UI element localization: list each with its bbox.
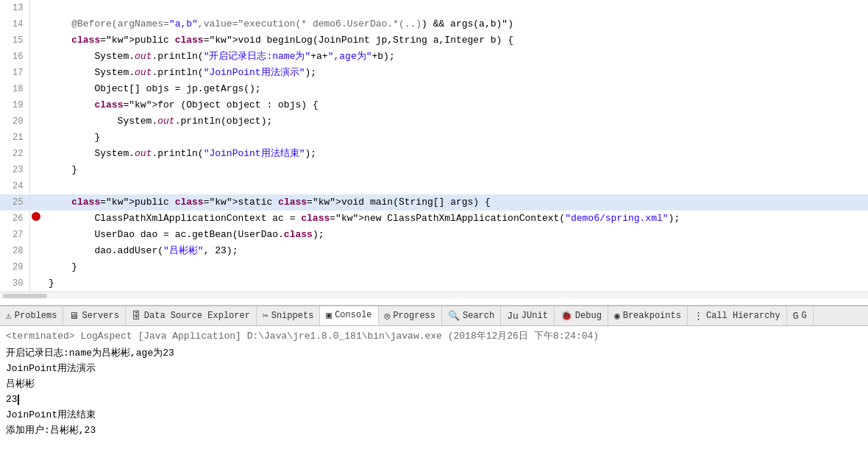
tab-icon-debug: 🐞 bbox=[561, 310, 572, 322]
gutter[interactable] bbox=[29, 0, 43, 16]
code-row[interactable]: 28 dao.addUser("吕彬彬", 23); bbox=[0, 243, 868, 259]
code-line-content: UserDao dao = ac.getBean(UserDao.class); bbox=[43, 227, 868, 243]
tab-label-junit: JUnit bbox=[522, 311, 548, 321]
tab-breakpoints[interactable]: ◉Breakpoints bbox=[608, 306, 688, 325]
gutter[interactable] bbox=[29, 162, 43, 178]
tab-label-problems: Problems bbox=[15, 311, 57, 321]
gutter[interactable] bbox=[29, 81, 43, 97]
line-number: 29 bbox=[0, 259, 29, 275]
code-row[interactable]: 20 System.out.println(object); bbox=[0, 113, 868, 130]
tab-problems[interactable]: ⚠Problems bbox=[0, 306, 63, 325]
code-row[interactable]: 23 } bbox=[0, 162, 868, 178]
gutter[interactable] bbox=[29, 97, 43, 113]
text-cursor bbox=[18, 395, 19, 405]
console-line: 添加用户:吕彬彬,23 bbox=[6, 423, 862, 438]
gutter[interactable] bbox=[29, 16, 43, 32]
line-number: 15 bbox=[0, 32, 29, 49]
gutter[interactable] bbox=[29, 113, 43, 130]
tab-icon-snippets: ✂ bbox=[263, 310, 268, 322]
code-row[interactable]: 14 @Before(argNames="a,b",value="executi… bbox=[0, 16, 868, 32]
console-line: JoinPoint用法演示 bbox=[6, 361, 862, 376]
tab-label-breakpoints: Breakpoints bbox=[623, 311, 681, 321]
console-terminated-line: <terminated> LogAspect [Java Application… bbox=[6, 329, 862, 342]
console-area[interactable]: <terminated> LogAspect [Java Application… bbox=[0, 326, 868, 469]
gutter[interactable] bbox=[29, 146, 43, 162]
tab-console[interactable]: ▣Console bbox=[320, 306, 378, 325]
code-row[interactable]: 16 System.out.println("开启记录日志:name为"+a+"… bbox=[0, 49, 868, 65]
gutter[interactable] bbox=[29, 178, 43, 194]
line-number: 23 bbox=[0, 162, 29, 178]
code-row[interactable]: 25 class="kw">public class="kw">static c… bbox=[0, 194, 868, 211]
code-editor[interactable]: 13 14 @Before(argNames="a,b",value="exec… bbox=[0, 0, 868, 306]
tab-icon-datasource: 🗄 bbox=[132, 311, 141, 322]
code-row[interactable]: 26 ClassPathXmlApplicationContext ac = c… bbox=[0, 211, 868, 227]
line-number: 30 bbox=[0, 275, 29, 292]
tab-callhierarchy[interactable]: ⋮Call Hierarchy bbox=[688, 306, 787, 325]
gutter[interactable] bbox=[29, 211, 43, 227]
line-number: 26 bbox=[0, 211, 29, 227]
tab-servers[interactable]: 🖥Servers bbox=[63, 306, 125, 325]
tab-label-search: Search bbox=[463, 311, 494, 321]
code-row[interactable]: 22 System.out.println("JoinPoint用法结束"); bbox=[0, 146, 868, 162]
tab-icon-problems: ⚠ bbox=[6, 310, 12, 322]
code-line-content: } bbox=[43, 162, 868, 178]
code-line-content: } bbox=[43, 130, 868, 146]
console-line: 吕彬彬 bbox=[6, 376, 862, 392]
gutter[interactable] bbox=[29, 227, 43, 243]
code-line-content: System.out.println("JoinPoint用法结束"); bbox=[43, 146, 868, 162]
tab-bar[interactable]: ⚠Problems🖥Servers🗄Data Source Explorer✂S… bbox=[0, 306, 868, 326]
tab-junit[interactable]: JuJUnit bbox=[501, 306, 555, 325]
line-number: 19 bbox=[0, 97, 29, 113]
code-line-content: class="kw">public class="kw">void beginL… bbox=[43, 32, 868, 49]
code-row[interactable]: 21 } bbox=[0, 130, 868, 146]
code-row[interactable]: 27 UserDao dao = ac.getBean(UserDao.clas… bbox=[0, 227, 868, 243]
tab-datasource[interactable]: 🗄Data Source Explorer bbox=[126, 306, 257, 325]
gutter[interactable] bbox=[29, 49, 43, 65]
code-row[interactable]: 17 System.out.println("JoinPoint用法演示"); bbox=[0, 65, 868, 81]
code-row[interactable]: 29 } bbox=[0, 259, 868, 275]
tab-icon-breakpoints: ◉ bbox=[614, 310, 620, 322]
code-row[interactable]: 13 bbox=[0, 0, 868, 16]
gutter[interactable] bbox=[29, 65, 43, 81]
tab-icon-junit: Ju bbox=[507, 311, 519, 322]
code-line-content: } bbox=[43, 275, 868, 292]
line-number: 14 bbox=[0, 16, 29, 32]
tab-icon-callhierarchy: ⋮ bbox=[694, 310, 703, 322]
code-line-content: @Before(argNames="a,b",value="execution(… bbox=[43, 16, 868, 32]
code-row[interactable]: 18 Object[] objs = jp.getArgs(); bbox=[0, 81, 868, 97]
tab-snippets[interactable]: ✂Snippets bbox=[257, 306, 320, 325]
gutter[interactable] bbox=[29, 259, 43, 275]
tab-label-datasource: Data Source Explorer bbox=[144, 311, 250, 321]
tab-debug[interactable]: 🐞Debug bbox=[555, 306, 608, 325]
code-row[interactable]: 30} bbox=[0, 275, 868, 292]
tab-more[interactable]: GG bbox=[787, 306, 814, 325]
tab-search[interactable]: 🔍Search bbox=[442, 306, 501, 325]
tab-label-console: Console bbox=[335, 310, 371, 320]
tab-icon-more: G bbox=[793, 311, 799, 322]
tab-icon-console: ▣ bbox=[326, 309, 332, 321]
gutter[interactable] bbox=[29, 243, 43, 259]
code-row[interactable]: 19 class="kw">for (Object object : objs)… bbox=[0, 97, 868, 113]
code-line-content bbox=[43, 178, 868, 194]
code-line-content: class="kw">public class="kw">static clas… bbox=[43, 194, 868, 211]
code-line-content: System.out.println("JoinPoint用法演示"); bbox=[43, 65, 868, 81]
code-line-content: } bbox=[43, 259, 868, 275]
line-number: 21 bbox=[0, 130, 29, 146]
line-number: 25 bbox=[0, 194, 29, 211]
gutter[interactable] bbox=[29, 194, 43, 211]
tab-progress[interactable]: ◎Progress bbox=[379, 306, 442, 325]
tab-label-debug: Debug bbox=[575, 311, 602, 321]
line-number: 13 bbox=[0, 0, 29, 16]
code-line-content bbox=[43, 0, 868, 16]
horizontal-scrollbar[interactable] bbox=[0, 292, 868, 299]
tab-icon-progress: ◎ bbox=[385, 310, 391, 322]
code-row[interactable]: 15 class="kw">public class="kw">void beg… bbox=[0, 32, 868, 49]
gutter[interactable] bbox=[29, 32, 43, 49]
tab-label-callhierarchy: Call Hierarchy bbox=[706, 311, 780, 321]
code-line-content: Object[] objs = jp.getArgs(); bbox=[43, 81, 868, 97]
gutter[interactable] bbox=[29, 130, 43, 146]
breakpoint-icon bbox=[32, 212, 40, 221]
gutter[interactable] bbox=[29, 275, 43, 292]
code-row[interactable]: 24 bbox=[0, 178, 868, 194]
scrollbar-thumb[interactable] bbox=[3, 294, 47, 298]
